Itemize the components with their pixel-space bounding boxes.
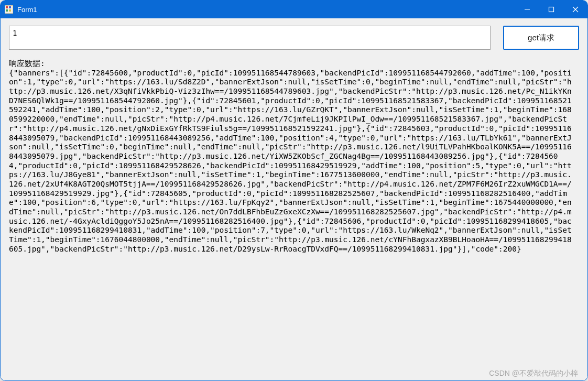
- app-window: Form1 get请求 响应数据: {"banners":[{"id":7284…: [0, 0, 588, 381]
- minimize-button[interactable]: [515, 1, 539, 18]
- response-body: {"banners":[{"id":72845600,"productId":0…: [9, 69, 572, 253]
- svg-rect-6: [549, 7, 554, 12]
- request-input[interactable]: [9, 26, 491, 50]
- app-icon: [5, 5, 13, 14]
- window-controls: [515, 1, 587, 18]
- get-request-button[interactable]: get请求: [503, 26, 579, 50]
- watermark: CSDN @不爱敲代码的小梓: [489, 369, 578, 378]
- svg-rect-4: [9, 9, 11, 12]
- svg-rect-1: [6, 6, 8, 8]
- response-label: 响应数据:: [9, 59, 45, 68]
- window-title: Form1: [17, 6, 37, 14]
- titlebar[interactable]: Form1: [1, 1, 587, 18]
- close-button[interactable]: [563, 1, 587, 18]
- top-row: get请求: [9, 26, 579, 50]
- maximize-button[interactable]: [539, 1, 563, 18]
- svg-rect-3: [6, 9, 8, 12]
- response-panel: 响应数据: {"banners":[{"id":72845600,"produc…: [9, 59, 579, 254]
- svg-rect-2: [9, 6, 11, 8]
- client-area: get请求 响应数据: {"banners":[{"id":72845600,"…: [1, 18, 587, 380]
